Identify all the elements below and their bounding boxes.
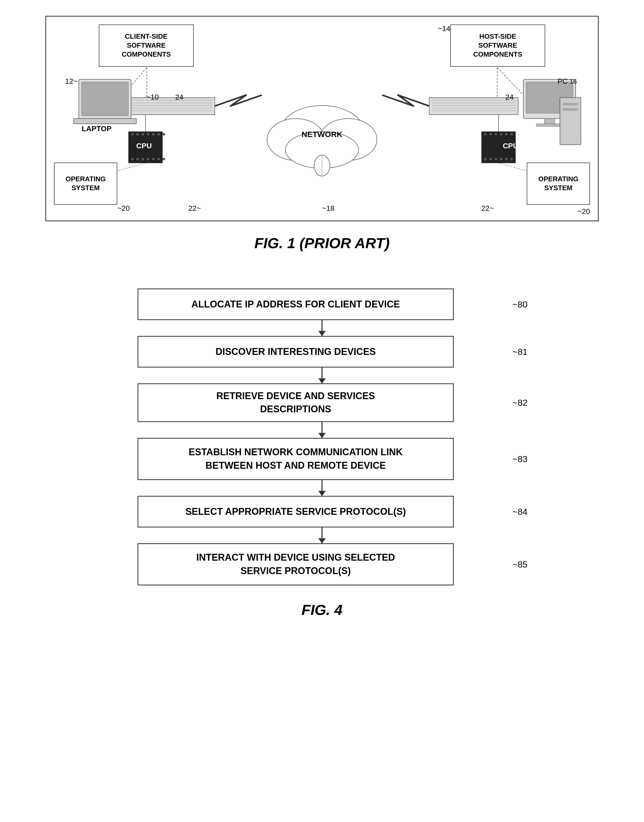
svg-point-47 [500, 158, 503, 161]
network-label: NETWORK [302, 130, 343, 139]
svg-point-17 [267, 119, 325, 161]
svg-point-36 [163, 158, 165, 161]
svg-point-24 [136, 133, 139, 136]
laptop-label: LAPTOP [82, 125, 112, 133]
flow-box-80: ALLOCATE IP ADDRESS FOR CLIENT DEVICE [138, 288, 454, 320]
svg-point-42 [505, 133, 508, 136]
svg-point-27 [152, 133, 155, 136]
svg-rect-55 [544, 119, 555, 124]
arrow-3-4 [322, 480, 322, 496]
flowchart: ALLOCATE IP ADDRESS FOR CLIENT DEVICE ~8… [138, 288, 506, 585]
svg-rect-56 [537, 124, 563, 127]
flow-row-83: ESTABLISH NETWORK COMMUNICATION LINK BET… [138, 438, 506, 480]
flow-box-81: DISCOVER INTERESTING DEVICES [138, 336, 454, 367]
flow-box-82: RETRIEVE DEVICE AND SERVICES DESCRIPTION… [138, 383, 454, 422]
flow-row-82: RETRIEVE DEVICE AND SERVICES DESCRIPTION… [138, 383, 506, 422]
svg-line-1 [121, 68, 147, 98]
page: CLIENT-SIDE SOFTWARE COMPONENTS HOST-SID… [0, 0, 644, 822]
os-left-label: OPERATING SYSTEM [66, 175, 106, 193]
host-side-label: HOST-SIDE SOFTWARE COMPONENTS [473, 32, 522, 59]
svg-rect-4 [126, 98, 215, 115]
flow-box-84: SELECT APPROPRIATE SERVICE PROTOCOL(S) [138, 496, 454, 527]
step-number-82: ~82 [512, 398, 527, 408]
svg-point-43 [510, 133, 513, 136]
label-22-left: 22~ [189, 204, 201, 213]
flow-row-80: ALLOCATE IP ADDRESS FOR CLIENT DEVICE ~8… [138, 288, 506, 320]
cpu-left-label: CPU [136, 142, 152, 150]
svg-point-28 [157, 133, 160, 136]
client-side-label: CLIENT-SIDE SOFTWARE COMPONENTS [122, 32, 171, 59]
flow-box-85: INTERACT WITH DEVICE USING SELECTED SERV… [138, 543, 454, 585]
flow-row-84: SELECT APPROPRIATE SERVICE PROTOCOL(S) ~… [138, 496, 506, 527]
svg-point-45 [489, 158, 492, 161]
label-20-left: ~20 [117, 204, 130, 213]
client-side-box: CLIENT-SIDE SOFTWARE COMPONENTS [99, 24, 194, 67]
flow-row-85: INTERACT WITH DEVICE USING SELECTED SERV… [138, 543, 506, 585]
svg-point-29 [163, 133, 165, 136]
step-number-81: ~81 [512, 347, 527, 357]
svg-rect-51 [81, 82, 129, 116]
label-24-right: 24 [505, 93, 514, 101]
arrow-0-1 [322, 320, 322, 336]
arrow-4-5 [322, 527, 322, 543]
svg-point-41 [500, 133, 503, 136]
label-16: PC 16 [558, 77, 577, 86]
svg-rect-59 [563, 108, 578, 111]
svg-point-49 [510, 158, 513, 161]
svg-point-30 [131, 158, 134, 161]
svg-rect-58 [563, 103, 578, 106]
step-number-84: ~84 [512, 507, 527, 517]
svg-point-46 [495, 158, 497, 161]
host-side-box: HOST-SIDE SOFTWARE COMPONENTS [450, 24, 545, 67]
svg-point-33 [147, 158, 149, 161]
arrow-1-2 [322, 367, 322, 383]
svg-rect-54 [526, 82, 573, 113]
fig4-caption: FIG. 4 [301, 601, 343, 618]
step-number-85: ~85 [512, 559, 527, 569]
svg-point-39 [489, 133, 492, 136]
cpu-right-label: CPU [503, 142, 518, 150]
operating-system-left: OPERATING SYSTEM [54, 162, 117, 205]
label-18: ~18 [322, 204, 335, 213]
svg-point-40 [495, 133, 497, 136]
label-14: ~14 [438, 24, 450, 33]
svg-point-23 [131, 133, 134, 136]
svg-point-18 [319, 119, 377, 161]
fig1-section: CLIENT-SIDE SOFTWARE COMPONENTS HOST-SID… [21, 16, 623, 273]
svg-point-48 [505, 158, 508, 161]
svg-point-31 [136, 158, 139, 161]
label-20-right: ~20 [577, 207, 590, 216]
svg-point-34 [152, 158, 155, 161]
svg-point-38 [484, 133, 487, 136]
svg-point-35 [157, 158, 160, 161]
fig4-section: ALLOCATE IP ADDRESS FOR CLIENT DEVICE ~8… [21, 288, 623, 618]
svg-point-32 [141, 158, 144, 161]
svg-point-25 [141, 133, 144, 136]
svg-rect-50 [79, 79, 131, 119]
step-number-80: ~80 [512, 299, 527, 309]
svg-rect-10 [429, 98, 518, 115]
flow-box-83: ESTABLISH NETWORK COMMUNICATION LINK BET… [138, 438, 454, 480]
fig1-caption: FIG. 1 (PRIOR ART) [254, 234, 389, 252]
step-number-83: ~83 [512, 454, 527, 464]
fig1-diagram: CLIENT-SIDE SOFTWARE COMPONENTS HOST-SID… [45, 16, 599, 221]
label-24-left: 24 [175, 93, 183, 101]
svg-point-44 [484, 158, 487, 161]
label-22-right: 22~ [481, 204, 494, 213]
label-12: 12~ [65, 77, 78, 86]
flow-row-81: DISCOVER INTERESTING DEVICES ~81 [138, 336, 506, 367]
label-10: ~10 [146, 93, 159, 101]
operating-system-right: OPERATING SYSTEM [527, 162, 590, 205]
arrow-2-3 [322, 422, 322, 438]
svg-rect-57 [560, 98, 581, 145]
svg-point-20 [314, 155, 330, 176]
os-right-label: OPERATING SYSTEM [538, 175, 579, 193]
svg-point-26 [147, 133, 149, 136]
svg-rect-52 [74, 119, 136, 124]
